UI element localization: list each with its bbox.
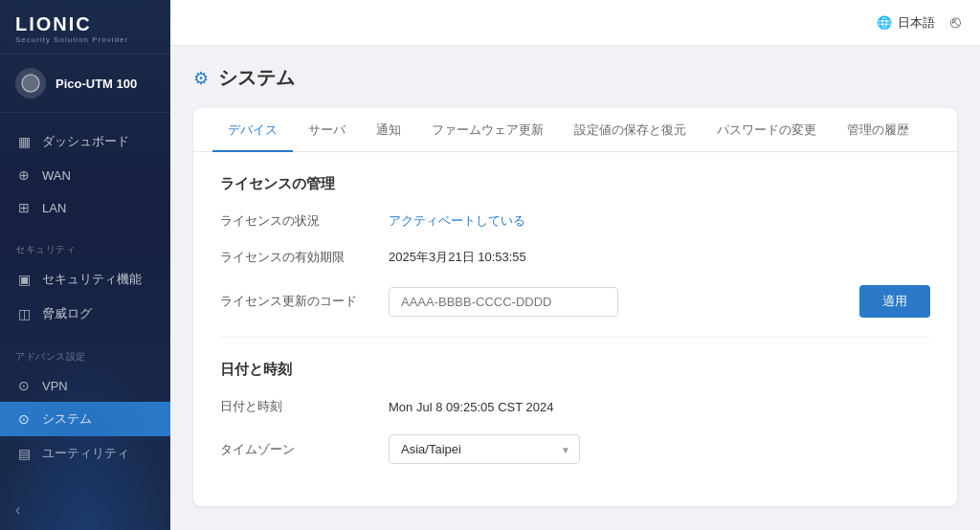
license-section-title: ライセンスの管理 bbox=[220, 175, 930, 193]
timezone-select-wrapper: Asia/Taipei Asia/Tokyo UTC America/New_Y… bbox=[389, 434, 580, 464]
tab-device[interactable]: デバイス bbox=[212, 108, 293, 152]
security-icon: ▣ bbox=[15, 272, 33, 287]
page-title: システム bbox=[218, 65, 295, 91]
page-title-row: ⚙ システム bbox=[193, 65, 957, 91]
device-avatar bbox=[15, 68, 46, 99]
sidebar-item-dashboard[interactable]: ▦ ダッシュボード bbox=[0, 124, 170, 159]
page-gear-icon: ⚙ bbox=[193, 68, 209, 89]
system-icon: ⊙ bbox=[15, 411, 33, 427]
logo-text: LIONIC bbox=[15, 13, 155, 35]
advanced-nav: アドバンス設定 ⊙ VPN ⊙ システム ▤ ユーティリティ bbox=[0, 335, 170, 475]
tab-notification[interactable]: 通知 bbox=[361, 108, 416, 152]
lan-icon: ⊞ bbox=[15, 200, 33, 215]
sidebar-item-utilities[interactable]: ▤ ユーティリティ bbox=[0, 436, 170, 471]
datetime-row: 日付と時刻 Mon Jul 8 09:25:05 CST 2024 bbox=[220, 398, 930, 415]
sidebar-item-threat-log[interactable]: ◫ 脅威ログ bbox=[0, 297, 170, 331]
sidebar-item-label: ユーティリティ bbox=[42, 445, 129, 462]
sidebar-item-lan[interactable]: ⊞ LAN bbox=[0, 191, 170, 224]
logo-sub: Security Solution Provider bbox=[15, 35, 155, 44]
logout-button[interactable]: ⎋ bbox=[950, 12, 961, 33]
tab-backup[interactable]: 設定値の保存と復元 bbox=[559, 108, 702, 152]
page-content: ⚙ システム デバイス サーバ 通知 ファームウェア更新 設定値の保存と復元 bbox=[170, 46, 980, 530]
timezone-label: タイムゾーン bbox=[220, 441, 373, 458]
main-content: 🌐 日本語 ⎋ ⚙ システム デバイス サーバ 通知 bbox=[170, 0, 980, 530]
datetime-value: Mon Jul 8 09:25:05 CST 2024 bbox=[389, 400, 554, 414]
threat-log-icon: ◫ bbox=[15, 306, 33, 321]
tab-server[interactable]: サーバ bbox=[293, 108, 361, 152]
tab-firmware[interactable]: ファームウェア更新 bbox=[416, 108, 559, 152]
license-status-label: ライセンスの状況 bbox=[220, 212, 373, 230]
card-body: ライセンスの管理 ライセンスの状況 アクティベートしている ライセンスの有効期限… bbox=[193, 152, 957, 506]
license-status-row: ライセンスの状況 アクティベートしている bbox=[220, 212, 930, 230]
section-divider bbox=[220, 337, 930, 338]
sidebar-item-label: ダッシュボード bbox=[42, 133, 129, 150]
sidebar-item-label: 脅威ログ bbox=[42, 305, 92, 322]
sidebar-item-wan[interactable]: ⊕ WAN bbox=[0, 159, 170, 191]
main-nav: ▦ ダッシュボード ⊕ WAN ⊞ LAN bbox=[0, 113, 170, 228]
license-code-label: ライセンス更新のコード bbox=[220, 293, 373, 310]
utilities-icon: ▤ bbox=[15, 446, 33, 461]
sidebar-item-label: LAN bbox=[42, 201, 66, 215]
device-info: Pico-UTM 100 bbox=[0, 55, 170, 113]
license-code-input[interactable] bbox=[389, 287, 618, 317]
collapse-icon: ‹ bbox=[15, 501, 20, 519]
sidebar-logo: LIONIC Security Solution Provider bbox=[0, 0, 170, 55]
sidebar-item-label: VPN bbox=[42, 379, 68, 393]
sidebar-item-label: WAN bbox=[42, 168, 71, 183]
timezone-row: タイムゾーン Asia/Taipei Asia/Tokyo UTC Americ… bbox=[220, 434, 930, 464]
tab-password[interactable]: パスワードの変更 bbox=[702, 108, 832, 152]
device-name: Pico-UTM 100 bbox=[56, 77, 137, 91]
main-card: デバイス サーバ 通知 ファームウェア更新 設定値の保存と復元 パスワードの変更 bbox=[193, 108, 957, 506]
security-label: セキュリティ bbox=[0, 239, 170, 262]
sidebar-item-system[interactable]: ⊙ システム bbox=[0, 402, 170, 436]
topbar: 🌐 日本語 ⎋ bbox=[170, 0, 980, 46]
svg-point-0 bbox=[22, 75, 39, 92]
sidebar: LIONIC Security Solution Provider Pico-U… bbox=[0, 0, 170, 530]
globe-icon: 🌐 bbox=[877, 15, 892, 30]
vpn-icon: ⊙ bbox=[15, 378, 33, 393]
sidebar-item-security-features[interactable]: ▣ セキュリティ機能 bbox=[0, 262, 170, 297]
tab-history[interactable]: 管理の履歴 bbox=[832, 108, 924, 152]
sidebar-item-label: セキュリティ機能 bbox=[42, 271, 142, 288]
timezone-select[interactable]: Asia/Taipei Asia/Tokyo UTC America/New_Y… bbox=[389, 434, 580, 464]
sidebar-collapse-button[interactable]: ‹ bbox=[0, 490, 170, 530]
tabs-bar: デバイス サーバ 通知 ファームウェア更新 設定値の保存と復元 パスワードの変更 bbox=[193, 108, 957, 152]
sidebar-item-vpn[interactable]: ⊙ VPN bbox=[0, 369, 170, 402]
sidebar-item-label: システム bbox=[42, 410, 92, 428]
dashboard-icon: ▦ bbox=[15, 134, 33, 149]
license-expiry-value: 2025年3月21日 10:53:55 bbox=[389, 249, 526, 266]
license-status-value: アクティベートしている bbox=[389, 212, 525, 230]
license-expiry-row: ライセンスの有効期限 2025年3月21日 10:53:55 bbox=[220, 249, 930, 266]
license-expiry-label: ライセンスの有効期限 bbox=[220, 249, 373, 266]
apply-button[interactable]: 適用 bbox=[859, 285, 930, 318]
datetime-section-title: 日付と時刻 bbox=[220, 361, 930, 379]
language-selector[interactable]: 🌐 日本語 bbox=[877, 14, 935, 32]
advanced-label: アドバンス設定 bbox=[0, 346, 170, 369]
logout-icon: ⎋ bbox=[950, 12, 961, 32]
wan-icon: ⊕ bbox=[15, 167, 33, 183]
security-nav: セキュリティ ▣ セキュリティ機能 ◫ 脅威ログ bbox=[0, 228, 170, 335]
language-label: 日本語 bbox=[898, 14, 935, 32]
datetime-label: 日付と時刻 bbox=[220, 398, 373, 415]
license-code-row: ライセンス更新のコード 適用 bbox=[220, 285, 930, 318]
